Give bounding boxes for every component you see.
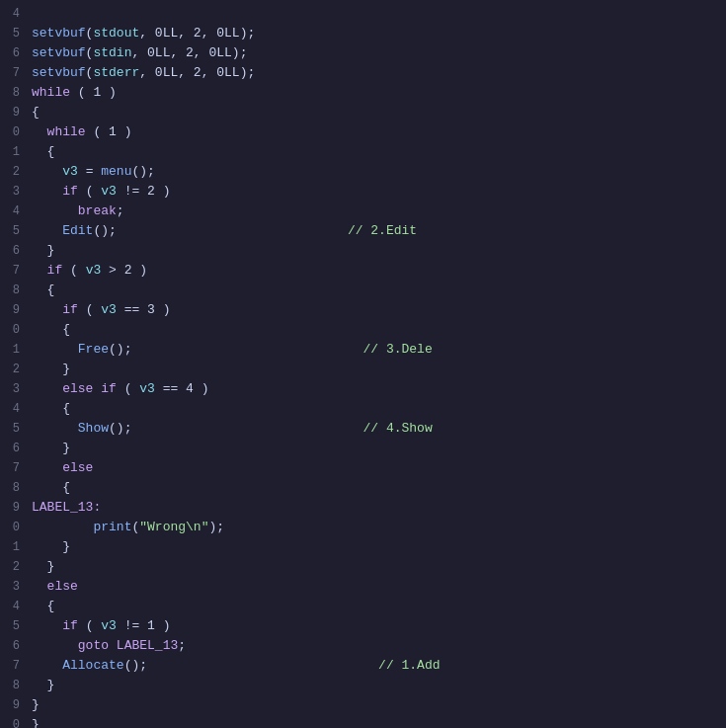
punct-token: } [47, 678, 55, 692]
code-line: { [28, 478, 726, 498]
var-token: v3 [101, 302, 117, 317]
code-line: v3 = menu(); [28, 162, 726, 182]
line-num: 4 [4, 202, 20, 221]
line-num: 8 [4, 478, 20, 498]
punct-token: { [47, 283, 55, 297]
line-num: 0 [4, 122, 20, 142]
kw-token: break [78, 203, 117, 218]
punct-token: ( [78, 618, 101, 633]
fn-token: Allocate [62, 658, 123, 673]
punct-token: } [32, 697, 40, 712]
punct-token: (); [124, 658, 147, 673]
line-num: 4 [4, 399, 20, 419]
line-num: 4 [4, 4, 20, 24]
code-line: while ( 1 ) [28, 83, 726, 103]
code-line: if ( v3 != 1 ) [28, 616, 726, 636]
line-num: 9 [4, 498, 20, 518]
code-line: if ( v3 > 2 ) [28, 261, 726, 281]
line-num: 2 [4, 162, 20, 182]
punct-token: (); [131, 164, 154, 179]
punct-token: (); [109, 421, 131, 436]
line-num: 7 [4, 458, 20, 478]
line-number-gutter: 4 5 6 7 8 9 0 1 2 3 4 5 6 7 8 9 0 1 2 3 … [0, 4, 28, 728]
var-token: stderr [93, 65, 139, 80]
punct-token: { [47, 599, 55, 613]
code-line: } [28, 715, 726, 728]
punct-token: = [78, 164, 101, 179]
line-num: 1 [4, 340, 20, 360]
line-num: 1 [4, 537, 20, 557]
line-num: 1 [4, 142, 20, 162]
kw-token: while [47, 124, 86, 139]
line-num: 6 [4, 439, 20, 458]
code-line: } [28, 241, 726, 261]
code-line: print("Wrong\n"); [28, 518, 726, 537]
line-num: 0 [4, 320, 20, 340]
line-num: 7 [4, 656, 20, 676]
punct-token: { [62, 322, 70, 337]
fn-token: Edit [62, 223, 93, 238]
code-line: { [28, 103, 726, 122]
var-token: v3 [86, 263, 102, 278]
punct-token: } [47, 559, 55, 574]
code-line: else [28, 458, 726, 478]
code-line: if ( v3 != 2 ) [28, 182, 726, 202]
comment-token: // 3.Dele [131, 342, 432, 357]
punct-token: , 0LL, 2, 0LL); [139, 26, 255, 40]
var-token: v3 [101, 618, 117, 633]
punct-token: ( 1 ) [86, 124, 132, 139]
punct-token: , 0LL, 2, 0LL); [139, 65, 255, 80]
kw-token: if [62, 302, 78, 317]
fn-token: Show [78, 421, 109, 436]
kw-token: else if [62, 381, 117, 396]
comment-token: // 4.Show [131, 421, 432, 436]
fn-token: menu [101, 164, 131, 179]
fn-token: Free [78, 342, 109, 357]
code-line: if ( v3 == 3 ) [28, 300, 726, 320]
punct-token: ( [78, 302, 101, 317]
code-line: setvbuf(stderr, 0LL, 2, 0LL); [28, 63, 726, 83]
comment-token: // 2.Edit [117, 223, 417, 238]
code-line: goto LABEL_13; [28, 636, 726, 656]
code-line: else [28, 577, 726, 597]
code-line: Allocate(); // 1.Add [28, 656, 726, 676]
punct-token: } [62, 362, 70, 376]
kw-token: while [32, 85, 70, 100]
line-num: 0 [4, 518, 20, 537]
punct-token: ); [208, 520, 224, 534]
line-num: 8 [4, 676, 20, 695]
punct-token: ( [78, 184, 101, 199]
fn-token: print [93, 520, 131, 534]
punct-token: != 2 ) [117, 184, 171, 199]
line-num: 5 [4, 24, 20, 43]
code-line: } [28, 439, 726, 458]
code-line: { [28, 281, 726, 300]
code-line: } [28, 360, 726, 379]
line-num: 9 [4, 103, 20, 122]
line-num: 3 [4, 577, 20, 597]
code-line: } [28, 695, 726, 715]
punct-token: } [62, 441, 70, 455]
line-num: 9 [4, 695, 20, 715]
fn-token: setvbuf [32, 45, 86, 60]
code-line: { [28, 399, 726, 419]
line-num: 6 [4, 241, 20, 261]
line-num: 8 [4, 83, 20, 103]
kw-token: goto [78, 638, 109, 653]
code-line: Free(); // 3.Dele [28, 340, 726, 360]
code-line: } [28, 537, 726, 557]
punct-token: { [32, 105, 40, 120]
punct-token: , 0LL, 2, 0LL); [131, 45, 247, 60]
punct-token: != 1 ) [117, 618, 171, 633]
punct-token: > 2 ) [101, 263, 147, 278]
line-num: 3 [4, 379, 20, 399]
punct-token: ; [178, 638, 186, 653]
punct-token: (); [109, 342, 131, 357]
line-num: 9 [4, 300, 20, 320]
label-token: LABEL_13: [32, 500, 101, 515]
punct-token: { [62, 401, 70, 416]
punct-token: == 4 ) [155, 381, 209, 396]
line-num: 5 [4, 616, 20, 636]
fn-token: setvbuf [32, 26, 86, 40]
line-num: 5 [4, 419, 20, 439]
